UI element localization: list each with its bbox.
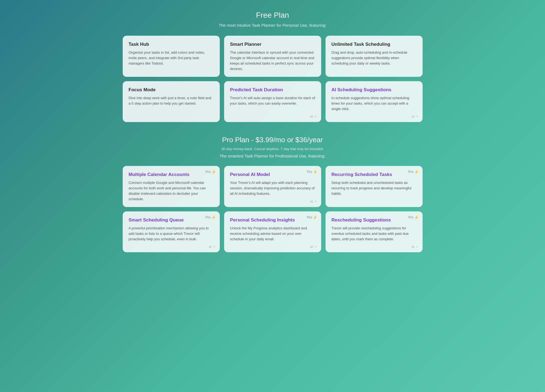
card-smart-queue-title: Smart Scheduling Queue: [129, 217, 214, 223]
card-ai-scheduling-description: In-schedule suggestions show optimal sch…: [332, 95, 417, 112]
card-smart-queue: Pro ⚡ Smart Scheduling Queue A powerful …: [123, 211, 220, 252]
card-multiple-calendars: Pro ⚡ Multiple Calendar Accounts Connect…: [123, 166, 220, 207]
card-recurring-description: Setup both scheduled and unscheduled tas…: [332, 180, 417, 196]
pro-badge-label-3: Pro: [408, 170, 414, 174]
card-recurring-title: Recurring Scheduled Tasks: [332, 172, 417, 177]
free-plan-title: Free Plan: [123, 11, 423, 20]
ai-lightbulb-icon-6: ⚬: [415, 245, 419, 249]
ai-badge-rescheduling: AI ⚬: [412, 245, 418, 249]
ai-lightbulb-icon: ⚬: [314, 114, 317, 119]
ai-badge-smart-queue: AI ⚬: [209, 245, 216, 249]
free-plan-cards-grid: Task Hub Organize your tasks in list, ad…: [123, 36, 423, 122]
pro-bolt-icon-6: ⚡: [414, 215, 419, 220]
card-multiple-calendars-description: Connect multiple Google and Microsoft ca…: [129, 180, 214, 202]
pro-plan-title: Pro Plan - $3.99/mo or $36/year: [123, 136, 423, 144]
pro-badge-label-2: Pro: [307, 170, 312, 174]
card-unlimited-scheduling: Unlimited Task Scheduling Drag and drop,…: [326, 36, 423, 77]
card-personal-ai-description: Your Trevor's AI will adapt you with eac…: [230, 180, 315, 196]
ai-badge-label: AI: [310, 115, 313, 118]
pro-bolt-icon-4: ⚡: [211, 215, 216, 220]
card-predicted-duration-title: Predicted Task Duration: [230, 87, 315, 93]
ai-lightbulb-icon-5: ⚬: [314, 245, 317, 249]
card-focus-mode: Focus Mode Dive into deep work with just…: [123, 81, 220, 122]
ai-badge-label-5: AI: [310, 245, 313, 248]
pro-badge-label-4: Pro: [206, 215, 211, 219]
card-smart-queue-description: A powerful prioritisation mechanism allo…: [129, 226, 214, 242]
card-rescheduling-description: Trevor will provide rescheduling suggest…: [332, 226, 417, 242]
card-predicted-duration: Predicted Task Duration Trevor's AI will…: [224, 81, 321, 122]
card-insights-title: Personal Scheduling Insights: [230, 217, 315, 223]
card-smart-planner-title: Smart Planner: [230, 42, 315, 47]
pro-badge-label-6: Pro: [408, 215, 414, 219]
ai-lightbulb-icon-4: ⚬: [213, 245, 216, 249]
ai-badge-label-2: AI: [412, 115, 414, 118]
card-ai-scheduling-title: AI Scheduling Suggestions: [332, 87, 417, 93]
card-smart-planner-description: The calendar interface is synced with yo…: [230, 50, 315, 72]
ai-badge-label-4: AI: [209, 245, 212, 248]
pro-badge-label: Pro: [206, 170, 211, 174]
card-scheduling-insights: Pro ⚡ Personal Scheduling Insights Unloc…: [224, 211, 321, 252]
pro-badge-smart-queue: Pro ⚡: [206, 215, 216, 220]
card-task-hub-title: Task Hub: [129, 42, 214, 47]
card-insights-description: Unlock the My Progress analytics dashboa…: [230, 226, 315, 242]
pro-badge-recurring: Pro ⚡: [408, 170, 419, 174]
pro-badge-insights: Pro ⚡: [307, 215, 317, 220]
pro-badge-personal-ai: Pro ⚡: [307, 170, 317, 174]
ai-lightbulb-icon-3: ⚬: [314, 199, 317, 204]
card-focus-mode-title: Focus Mode: [129, 87, 214, 93]
card-smart-planner: Smart Planner The calendar interface is …: [224, 36, 321, 77]
card-ai-scheduling: AI Scheduling Suggestions In-schedule su…: [326, 81, 423, 122]
pro-badge-multiple-calendars: Pro ⚡: [206, 170, 216, 174]
card-multiple-calendars-title: Multiple Calendar Accounts: [129, 172, 214, 177]
pro-badge-label-5: Pro: [307, 215, 312, 219]
pro-bolt-icon-3: ⚡: [414, 170, 419, 174]
card-personal-ai-title: Personal AI Model: [230, 172, 315, 177]
pro-plan-subtitle: The smartest Task Planner for Profession…: [123, 154, 423, 158]
card-personal-ai: Pro ⚡ Personal AI Model Your Trevor's AI…: [224, 166, 321, 207]
ai-lightbulb-icon-2: ⚬: [415, 114, 419, 119]
ai-badge-personal-ai: AI ⚬: [310, 199, 317, 204]
pro-plan-note: 30 day money-back. Cancel anytime. 7 day…: [123, 147, 423, 151]
ai-badge-predicted-duration: AI ⚬: [310, 114, 317, 119]
card-rescheduling: Pro ⚡ Rescheduling Suggestions Trevor wi…: [326, 211, 423, 252]
pro-bolt-icon-2: ⚡: [313, 170, 317, 174]
card-rescheduling-title: Rescheduling Suggestions: [332, 217, 417, 223]
card-focus-mode-description: Dive into deep work with just a timer, a…: [129, 95, 214, 106]
card-predicted-duration-description: Trevor's AI will auto-assign a base dura…: [230, 95, 315, 106]
pro-bolt-icon: ⚡: [211, 170, 216, 174]
pro-bolt-icon-5: ⚡: [313, 215, 317, 220]
card-unlimited-scheduling-description: Drag and drop, auto-scheduling and In-sc…: [332, 50, 417, 66]
card-recurring-tasks: Pro ⚡ Recurring Scheduled Tasks Setup bo…: [326, 166, 423, 207]
card-unlimited-scheduling-title: Unlimited Task Scheduling: [332, 42, 417, 47]
page-container: Free Plan The most intuitive Task Planne…: [123, 11, 423, 252]
card-task-hub-description: Organize your tasks in list, add colors …: [129, 50, 214, 66]
card-task-hub: Task Hub Organize your tasks in list, ad…: [123, 36, 220, 77]
ai-badge-label-6: AI: [412, 245, 414, 248]
ai-badge-label-3: AI: [310, 200, 313, 203]
pro-badge-rescheduling: Pro ⚡: [408, 215, 419, 220]
ai-badge-insights: AI ⚬: [310, 245, 317, 249]
free-plan-subtitle: The most intuitive Task Planner for Pers…: [123, 23, 423, 28]
ai-badge-ai-scheduling: AI ⚬: [412, 114, 418, 119]
pro-plan-cards-grid: Pro ⚡ Multiple Calendar Accounts Connect…: [123, 166, 423, 252]
